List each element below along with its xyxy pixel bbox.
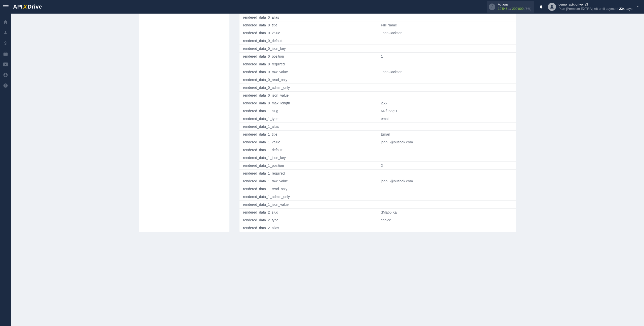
table-cell-value: Email (378, 131, 516, 138)
plan-prefix: Plan | (558, 7, 567, 11)
bell-icon[interactable] (539, 4, 543, 9)
table-row: rendered_data_2_alias (239, 224, 516, 232)
table-row: rendered_data_1_titleEmail (239, 131, 516, 138)
table-row: rendered_data_0_titleFull Name (239, 21, 516, 29)
actions-of: of (508, 7, 511, 11)
table-cell-key: rendered_data_2_type (239, 216, 378, 224)
table-cell-key: rendered_data_0_read_only (239, 76, 378, 84)
actions-total: 200'000 (512, 7, 524, 11)
table-cell-value (378, 154, 516, 162)
avatar-icon (548, 3, 556, 11)
table-row: rendered_data_1_position2 (239, 162, 516, 170)
table-cell-key: rendered_data_2_alias (239, 224, 378, 232)
user-menu[interactable]: demo_apix-drive_s3 Plan |Premium EXTRA| … (548, 3, 641, 11)
table-cell-value: email (378, 115, 516, 123)
table-cell-value: Full Name (378, 21, 516, 29)
table-cell-key: rendered_data_1_json_value (239, 201, 378, 209)
sidebar (0, 14, 11, 326)
info-icon: i (489, 4, 495, 10)
table-cell-key: rendered_data_0_value (239, 29, 378, 37)
sidebar-item-billing[interactable] (0, 38, 11, 48)
table-cell-value (378, 193, 516, 201)
table-row: rendered_data_0_json_value (239, 92, 516, 99)
table-row: rendered_data_0_raw_valueJohn Jackson (239, 68, 516, 76)
sidebar-item-help[interactable] (0, 80, 11, 91)
table-row: rendered_data_1_default (239, 146, 516, 154)
table-row: rendered_data_0_required (239, 60, 516, 68)
sidebar-item-briefcase[interactable] (0, 49, 11, 59)
sidebar-item-account[interactable] (0, 70, 11, 80)
table-row: rendered_data_1_alias (239, 123, 516, 131)
table-cell-value (378, 146, 516, 154)
table-cell-key: rendered_data_1_type (239, 115, 378, 123)
table-cell-key: rendered_data_1_slug (239, 107, 378, 115)
actions-label: Actions: (498, 3, 532, 7)
table-row: rendered_data_1_raw_valuejohn_j@outlook.… (239, 177, 516, 185)
layout: rendered_data_0_aliasrendered_data_0_tit… (0, 14, 644, 326)
table-row: rendered_data_0_alias (239, 14, 516, 21)
table-cell-key: rendered_data_1_default (239, 146, 378, 154)
plan-name: Premium EXTRA (567, 7, 592, 11)
table-row: rendered_data_1_required (239, 170, 516, 177)
table-row: rendered_data_0_valueJohn Jackson (239, 29, 516, 37)
table-cell-key: rendered_data_1_raw_value (239, 177, 378, 185)
header-right: i Actions: 12'546 of 200'000 (6%) demo_a… (487, 1, 641, 13)
table-cell-key: rendered_data_0_json_value (239, 92, 378, 99)
table-cell-value: 1 (378, 53, 516, 60)
table-cell-key: rendered_data_0_required (239, 60, 378, 68)
table-cell-value (378, 45, 516, 53)
table-row: rendered_data_2_slugdMab5iKa (239, 209, 516, 216)
table-cell-value: John Jackson (378, 29, 516, 37)
table-cell-value: john_j@outlook.com (378, 177, 516, 185)
actions-counter[interactable]: i Actions: 12'546 of 200'000 (6%) (487, 1, 535, 13)
actions-text: Actions: 12'546 of 200'000 (6%) (498, 3, 532, 11)
table-cell-key: rendered_data_0_json_key (239, 45, 378, 53)
table-row: rendered_data_1_valuejohn_j@outlook.com (239, 138, 516, 146)
table-cell-key: rendered_data_1_alias (239, 123, 378, 131)
table-cell-value: john_j@outlook.com (378, 138, 516, 146)
table-row: rendered_data_0_read_only (239, 76, 516, 84)
table-cell-key: rendered_data_0_title (239, 21, 378, 29)
table-cell-value: 2 (378, 162, 516, 170)
table-cell-key: rendered_data_1_required (239, 170, 378, 177)
table-cell-key: rendered_data_2_slug (239, 209, 378, 216)
table-cell-key: rendered_data_1_value (239, 138, 378, 146)
table-row: rendered_data_1_read_only (239, 185, 516, 193)
table-row: rendered_data_2_typechoice (239, 216, 516, 224)
top-header: APIXDrive i Actions: 12'546 of 200'000 (… (0, 0, 644, 14)
table-cell-key: rendered_data_0_position (239, 53, 378, 60)
table-cell-value (378, 185, 516, 193)
hamburger-menu[interactable] (3, 4, 9, 10)
table-cell-key: rendered_data_1_admin_only (239, 193, 378, 201)
table-cell-value: dMab5iKa (378, 209, 516, 216)
panel-wrap: rendered_data_0_aliasrendered_data_0_tit… (139, 14, 516, 232)
table-cell-key: rendered_data_1_title (239, 131, 378, 138)
table-cell-key: rendered_data_0_admin_only (239, 84, 378, 92)
table-cell-value: 255 (378, 99, 516, 107)
logo-text-api: API (13, 4, 23, 10)
table-cell-key: rendered_data_1_read_only (239, 185, 378, 193)
user-text: demo_apix-drive_s3 Plan |Premium EXTRA| … (558, 3, 632, 11)
sidebar-item-connections[interactable] (0, 28, 11, 38)
data-table: rendered_data_0_aliasrendered_data_0_tit… (239, 14, 516, 232)
logo-text-x: X (23, 4, 27, 10)
table-cell-value (378, 123, 516, 131)
table-row: rendered_data_1_json_key (239, 154, 516, 162)
left-panel (139, 14, 229, 232)
sidebar-item-video[interactable] (0, 59, 11, 69)
table-row: rendered_data_0_position1 (239, 53, 516, 60)
table-cell-value: choice (378, 216, 516, 224)
chevron-down-icon (636, 5, 639, 9)
table-row: rendered_data_0_admin_only (239, 84, 516, 92)
table-cell-value (378, 201, 516, 209)
table-cell-value (378, 60, 516, 68)
plan-days-word: days (625, 7, 632, 11)
content-area: rendered_data_0_aliasrendered_data_0_tit… (11, 14, 644, 326)
table-cell-value: John Jackson (378, 68, 516, 76)
plan-left: left until payment (593, 7, 619, 11)
table-row: rendered_data_0_default (239, 37, 516, 45)
table-cell-value (378, 14, 516, 21)
sidebar-item-home[interactable] (0, 17, 11, 27)
app-logo[interactable]: APIXDrive (13, 4, 42, 10)
table-cell-key: rendered_data_0_default (239, 37, 378, 45)
